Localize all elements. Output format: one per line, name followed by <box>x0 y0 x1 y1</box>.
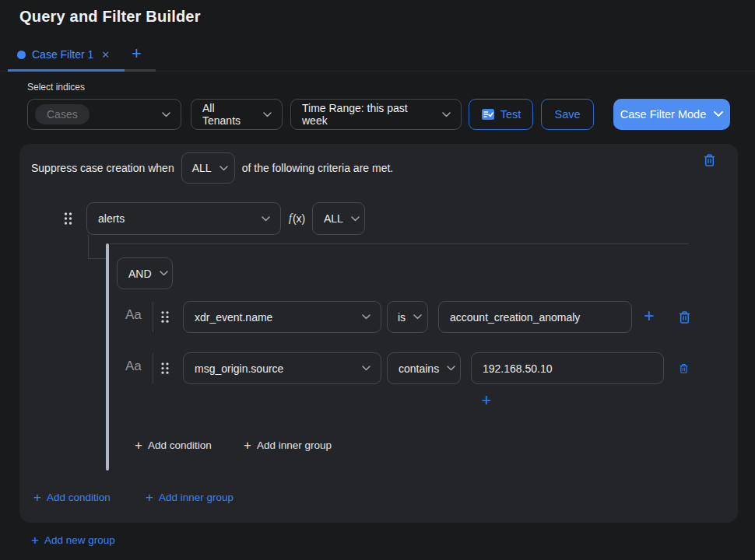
group-match-select[interactable]: ALL <box>312 202 365 235</box>
test-checklist-icon <box>481 107 495 121</box>
case-filter-mode-button[interactable]: Case Filter Mode <box>613 99 730 130</box>
chevron-down-icon <box>413 314 422 320</box>
tab-case-filter-1[interactable]: Case Filter 1 ✕ <box>17 48 110 61</box>
trash-icon <box>678 310 691 324</box>
plus-icon: + <box>146 492 153 503</box>
add-condition-link-group[interactable]: + Add condition <box>33 492 111 503</box>
operator-select[interactable]: is <box>387 301 428 333</box>
chevron-down-icon <box>362 314 370 320</box>
tab-status-dot-icon <box>17 51 26 59</box>
chevron-down-icon <box>262 216 270 222</box>
suppress-match-select[interactable]: ALL <box>181 152 235 184</box>
plus-icon: + <box>244 440 251 451</box>
tab-baseline-divider <box>0 71 755 72</box>
suppress-rule-row: Suppress case creation when ALL of the f… <box>31 152 393 184</box>
operator-value: contains <box>399 362 439 375</box>
page-title: Query and Filter Builder <box>19 8 201 26</box>
group-source-select[interactable]: alerts <box>86 202 281 235</box>
condition-row: Aa msg_origin.source contains <box>19 352 738 384</box>
condition-drag-handle-icon[interactable] <box>160 362 170 375</box>
tab-bar: Case Filter 1 ✕ + <box>0 45 755 72</box>
condition-divider <box>153 302 153 332</box>
field-select[interactable]: msg_origin.source <box>183 352 381 384</box>
chevron-down-icon <box>160 271 168 276</box>
save-button-label: Save <box>554 108 580 121</box>
add-tab-button[interactable]: + <box>132 44 142 64</box>
mode-button-label: Case Filter Mode <box>620 108 706 121</box>
chevron-down-icon <box>219 166 228 171</box>
group-connector-horizontal <box>88 258 107 259</box>
group-match-value: ALL <box>324 212 343 225</box>
tenant-select[interactable]: All Tenants <box>191 99 283 130</box>
boolean-operator-value: AND <box>128 268 152 280</box>
add-value-button[interactable]: + <box>639 305 659 327</box>
add-new-group-label: Add new group <box>44 534 115 546</box>
add-inner-group-link-inner[interactable]: + Add inner group <box>244 439 332 451</box>
operator-select[interactable]: contains <box>387 352 461 384</box>
case-sensitivity-toggle[interactable]: Aa <box>125 307 142 323</box>
tab-label: Case Filter 1 <box>32 48 93 61</box>
case-sensitivity-toggle[interactable]: Aa <box>125 359 142 374</box>
close-tab-icon[interactable]: ✕ <box>101 49 110 61</box>
time-range-select[interactable]: Time Range: this past week <box>290 99 462 130</box>
field-value: xdr_event.name <box>195 311 272 324</box>
chevron-down-icon <box>162 112 170 117</box>
trash-icon <box>679 362 689 376</box>
field-select[interactable]: xdr_event.name <box>183 301 381 333</box>
test-button-label: Test <box>500 108 521 121</box>
operator-value: is <box>398 311 406 324</box>
query-filter-builder-screen: Query and Filter Builder Case Filter 1 ✕… <box>0 0 755 560</box>
plus-icon: + <box>31 535 39 546</box>
chevron-down-icon <box>714 111 723 117</box>
add-condition-label: Add condition <box>148 439 212 451</box>
plus-icon: + <box>135 440 142 451</box>
group-drag-handle-icon[interactable] <box>63 212 73 226</box>
add-condition-link-inner[interactable]: + Add condition <box>135 439 212 451</box>
add-inner-group-label: Add inner group <box>159 492 234 503</box>
filter-group-panel: Suppress case creation when ALL of the f… <box>19 144 738 523</box>
indices-chip: Cases <box>35 104 90 124</box>
add-new-group-link[interactable]: + Add new group <box>31 534 115 546</box>
value-input[interactable] <box>471 352 664 384</box>
save-button[interactable]: Save <box>541 99 594 130</box>
select-indices-label: Select indices <box>27 82 85 93</box>
add-inner-group-link-group[interactable]: + Add inner group <box>146 492 234 503</box>
chevron-down-icon <box>447 366 455 371</box>
toolbar: Cases All Tenants Time Range: this past … <box>0 99 755 130</box>
add-condition-inline-button[interactable]: + <box>475 390 498 411</box>
value-input[interactable] <box>438 301 632 333</box>
delete-condition-button[interactable] <box>678 310 691 324</box>
condition-divider <box>153 353 153 383</box>
trash-icon <box>703 153 716 167</box>
chevron-down-icon <box>263 112 272 117</box>
inner-group-top-divider <box>110 243 689 244</box>
indices-select[interactable]: Cases <box>27 99 181 130</box>
chevron-down-icon <box>442 112 451 117</box>
chevron-down-icon <box>362 366 370 371</box>
tenant-value: All Tenants <box>202 102 255 127</box>
suppress-suffix-text: of the following criteria are met. <box>242 162 394 174</box>
delete-condition-button[interactable] <box>679 362 689 376</box>
condition-row: Aa xdr_event.name is + <box>19 301 738 333</box>
add-condition-label: Add condition <box>47 492 111 503</box>
condition-drag-handle-icon[interactable] <box>160 310 170 324</box>
boolean-operator-select[interactable]: AND <box>117 257 173 289</box>
suppress-prefix-text: Suppress case creation when <box>31 162 174 174</box>
chevron-down-icon <box>351 216 360 222</box>
group-connector-vertical <box>88 235 89 259</box>
plus-icon: + <box>33 492 41 503</box>
suppress-match-value: ALL <box>192 162 212 174</box>
time-range-value: Time Range: this past week <box>302 102 434 127</box>
field-value: msg_origin.source <box>195 362 283 375</box>
test-button[interactable]: Test <box>469 99 533 130</box>
fx-function-label: f(x) <box>289 202 305 235</box>
add-inner-group-label: Add inner group <box>257 439 332 451</box>
delete-group-button[interactable] <box>703 153 716 167</box>
group-source-value: alerts <box>98 212 125 225</box>
